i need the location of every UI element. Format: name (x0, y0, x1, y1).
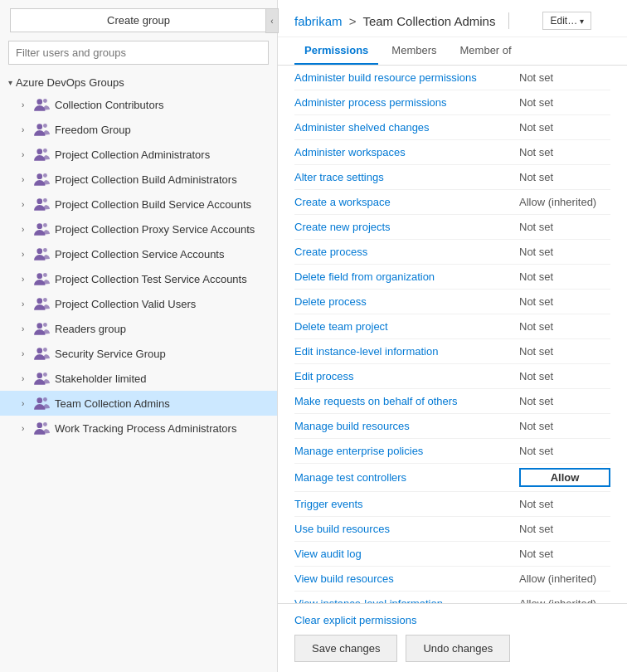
permission-value: Not set (503, 270, 610, 283)
permissions-list: Administer build resource permissionsNot… (294, 66, 610, 603)
permission-name[interactable]: Alter trace settings (294, 171, 503, 183)
tree-item[interactable]: › Project Collection Administrators (0, 142, 277, 167)
tree-item-chevron-icon: › (22, 424, 30, 433)
tree-item[interactable]: › Project Collection Build Service Accou… (0, 192, 277, 217)
tree-item-label: Team Collection Admins (55, 397, 170, 410)
permission-row: Edit instance-level informationNot set (294, 339, 610, 364)
permission-name[interactable]: View build resources (294, 572, 503, 585)
tree-item[interactable]: › Project Collection Test Service Accoun… (0, 266, 277, 291)
permission-name[interactable]: Create process (294, 246, 503, 258)
tree-item[interactable]: › Stakeholder limited (0, 366, 277, 391)
svg-point-22 (36, 373, 42, 378)
create-group-button[interactable]: Create group (10, 8, 267, 32)
tree-item-chevron-icon: › (22, 150, 30, 159)
svg-point-19 (43, 323, 47, 327)
tree-item[interactable]: › Project Collection Service Accounts (0, 241, 277, 266)
permission-row: Manage enterprise policiesNot set (294, 439, 610, 464)
clear-permissions-link[interactable]: Clear explicit permissions (294, 614, 610, 626)
save-changes-button[interactable]: Save changes (294, 635, 397, 662)
tree-item-label: Project Collection Build Service Account… (55, 198, 251, 211)
tab-member-of[interactable]: Member of (450, 37, 522, 65)
permission-name[interactable]: Manage build resources (294, 420, 503, 432)
tree-item-chevron-icon: › (22, 125, 30, 134)
tree-item-chevron-icon: › (22, 399, 30, 408)
group-icon (33, 270, 50, 287)
tree-item[interactable]: › Security Service Group (0, 341, 277, 366)
edit-label: Edit… (550, 15, 577, 27)
left-panel: Create group ▾ Azure DevOps Groups › Col… (0, 0, 278, 672)
permission-row: Delete field from organizationNot set (294, 265, 610, 290)
bottom-actions: Clear explicit permissions Save changes … (278, 603, 627, 672)
group-icon (33, 345, 50, 362)
collapse-panel-button[interactable]: ‹ (265, 8, 279, 33)
tree-item[interactable]: › Readers group (0, 316, 277, 341)
permission-name[interactable]: Delete process (294, 295, 503, 308)
filter-input[interactable] (8, 41, 269, 65)
tree-section: ▾ Azure DevOps Groups › Collection Contr… (0, 73, 277, 672)
svg-point-16 (36, 298, 42, 304)
permission-value: Not set (503, 171, 610, 183)
permission-name[interactable]: Create a workspace (294, 196, 503, 208)
permission-value[interactable]: Allow (519, 468, 610, 487)
svg-point-2 (36, 124, 42, 129)
breadcrumb-parent-link[interactable]: fabrikam (294, 14, 343, 28)
permission-name[interactable]: Manage test controllers (294, 471, 519, 484)
permission-value: Not set (503, 370, 610, 382)
permission-name[interactable]: Make requests on behalf of others (294, 395, 503, 407)
permission-name[interactable]: Administer shelved changes (294, 121, 503, 134)
azure-devops-groups-header[interactable]: ▾ Azure DevOps Groups (0, 73, 277, 92)
edit-dropdown-icon: ▾ (580, 17, 584, 26)
tree-item[interactable]: › Project Collection Valid Users (0, 291, 277, 316)
permission-value: Not set (503, 548, 610, 560)
permission-name[interactable]: Trigger events (294, 498, 503, 510)
group-chevron-icon: ▾ (8, 78, 12, 87)
permission-name[interactable]: Create new projects (294, 221, 503, 233)
tree-item-chevron-icon: › (22, 349, 30, 358)
undo-changes-button[interactable]: Undo changes (406, 635, 510, 662)
breadcrumb-current: Team Collection Admins (362, 14, 495, 28)
svg-point-12 (36, 248, 42, 254)
tab-permissions[interactable]: Permissions (294, 37, 378, 65)
edit-button[interactable]: Edit… ▾ (542, 12, 591, 30)
permission-name[interactable]: Administer workspaces (294, 146, 503, 158)
tree-item-chevron-icon: › (22, 200, 30, 209)
permission-name[interactable]: View instance-level information (294, 597, 503, 603)
breadcrumb-separator: > (349, 14, 357, 28)
permission-name[interactable]: Manage enterprise policies (294, 445, 503, 457)
permission-value: Not set (503, 71, 610, 84)
permission-name[interactable]: Edit process (294, 370, 503, 382)
tab-members[interactable]: Members (382, 37, 446, 65)
group-icon (33, 196, 50, 212)
tree-item[interactable]: › Project Collection Build Administrator… (0, 167, 277, 192)
tree-item-label: Freedom Group (55, 124, 131, 136)
permission-name[interactable]: View audit log (294, 548, 503, 560)
tree-item-label: Project Collection Build Administrators (55, 173, 237, 186)
group-icon (33, 320, 50, 337)
permission-value: Not set (503, 96, 610, 109)
permission-value: Not set (503, 523, 610, 535)
tree-item-chevron-icon: › (22, 225, 30, 234)
permission-name[interactable]: Administer build resource permissions (294, 71, 503, 84)
permission-name[interactable]: Edit instance-level information (294, 345, 503, 358)
permission-name[interactable]: Delete team project (294, 320, 503, 333)
permission-value: Not set (503, 146, 610, 158)
svg-point-11 (43, 223, 47, 227)
permission-row: View build resourcesAllow (inherited) (294, 567, 610, 592)
breadcrumb-divider (508, 12, 509, 29)
tree-item-label: Project Collection Administrators (55, 149, 210, 161)
group-icon (33, 370, 50, 387)
breadcrumb-bar: fabrikam > Team Collection Admins Edit… … (278, 0, 627, 37)
tree-item[interactable]: › Collection Contributors (0, 92, 277, 117)
tree-item[interactable]: › Team Collection Admins (0, 391, 277, 416)
permission-name[interactable]: Use build resources (294, 523, 503, 535)
permission-row: Administer build resource permissionsNot… (294, 66, 610, 90)
tree-item[interactable]: › Work Tracking Process Administrators (0, 416, 277, 441)
permission-row: Make requests on behalf of othersNot set (294, 389, 610, 414)
svg-point-27 (43, 422, 47, 426)
tree-item[interactable]: › Project Collection Proxy Service Accou… (0, 217, 277, 241)
permission-name[interactable]: Delete field from organization (294, 270, 503, 283)
permission-name[interactable]: Administer process permissions (294, 96, 503, 109)
tree-item[interactable]: › Freedom Group (0, 117, 277, 142)
svg-point-7 (43, 173, 47, 178)
tree-item-label: Collection Contributors (55, 99, 164, 111)
